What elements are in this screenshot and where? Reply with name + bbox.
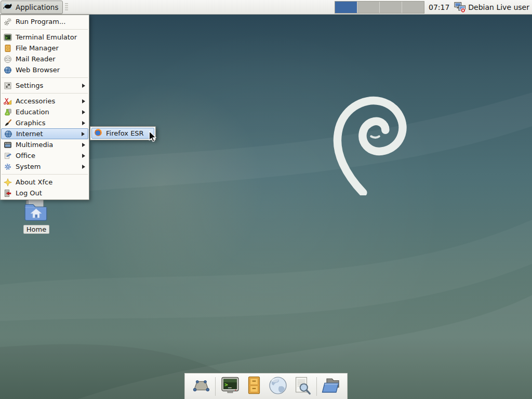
menu-separator	[2, 29, 88, 30]
menu-item-accessories[interactable]: Accessories	[1, 96, 88, 107]
user-label: Debian Live user	[468, 3, 529, 11]
applications-menu-button[interactable]: Applications	[1, 1, 63, 14]
workspace-switcher[interactable]	[335, 1, 424, 14]
dock-separator	[215, 377, 216, 396]
menu-item-label: Graphics	[16, 119, 78, 127]
menu-item-log-out[interactable]: Log Out	[1, 188, 88, 198]
menu-item-label: Terminal Emulator	[16, 33, 86, 41]
menu-item-label: Web Browser	[16, 66, 86, 74]
menu-separator	[2, 93, 88, 94]
workspace-4[interactable]	[402, 2, 424, 13]
menu-item-label: Mail Reader	[16, 55, 86, 63]
mouse-cursor	[149, 131, 156, 144]
submenu-arrow-icon	[82, 121, 85, 125]
top-panel: Applications 07:17 Debian Live user	[0, 0, 532, 15]
menu-item-label: Run Program...	[16, 18, 86, 25]
file-cabinet-dock-icon	[244, 376, 264, 397]
menu-item-label: Multimedia	[16, 141, 78, 149]
submenu-arrow-icon	[82, 165, 85, 169]
menu-item-about-xfce[interactable]: About Xfce	[1, 177, 88, 188]
menu-item-office[interactable]: Office	[1, 150, 88, 161]
menu-item-label: Accessories	[16, 97, 78, 105]
dock-separator	[316, 377, 317, 396]
office-icon	[4, 152, 12, 160]
menu-item-system[interactable]: System	[1, 161, 88, 172]
home-folder-icon	[23, 198, 49, 224]
menu-item-graphics[interactable]: Graphics	[1, 117, 88, 128]
menu-item-internet[interactable]: Internet	[1, 128, 88, 139]
submenu-arrow-icon	[82, 84, 85, 88]
submenu-item-label: Firefox ESR	[106, 129, 144, 137]
graphics-icon	[4, 119, 12, 127]
submenu-arrow-icon	[82, 132, 85, 136]
clock[interactable]: 07:17	[429, 3, 449, 11]
accessories-icon	[4, 97, 12, 105]
dock-launcher-web-browser[interactable]	[268, 376, 288, 397]
menu-item-label: Settings	[16, 82, 78, 89]
dock-launcher-terminal[interactable]: >_	[220, 376, 241, 397]
menu-item-file-manager[interactable]: File Manager	[1, 43, 88, 54]
submenu-arrow-icon	[82, 110, 85, 114]
applications-menu: Run Program...>_Terminal EmulatorFile Ma…	[0, 15, 89, 200]
applications-menu-label: Applications	[16, 3, 58, 11]
menu-item-education[interactable]: Education	[1, 107, 88, 117]
workspace-1[interactable]	[335, 2, 357, 13]
dock-launcher-application-finder[interactable]	[291, 376, 312, 397]
dock-launcher-show-desktop[interactable]	[190, 376, 211, 397]
menu-separator	[2, 174, 88, 175]
dock-launcher-folder[interactable]	[321, 376, 342, 397]
education-icon	[4, 108, 12, 116]
settings-icon	[4, 82, 12, 90]
internet-submenu: Firefox ESR	[90, 126, 156, 140]
logout-icon	[4, 189, 12, 197]
panel-grip	[65, 3, 68, 11]
menu-item-terminal-emulator[interactable]: >_Terminal Emulator	[1, 32, 88, 43]
menu-item-run-program[interactable]: Run Program...	[1, 16, 88, 27]
menu-separator	[2, 77, 88, 78]
menu-item-label: Internet	[16, 130, 78, 138]
web-browser-icon	[4, 66, 12, 74]
workspace-3[interactable]	[379, 2, 402, 13]
mail-reader-icon	[4, 55, 12, 63]
network-offline-icon[interactable]	[454, 1, 466, 14]
menu-item-label: File Manager	[16, 44, 86, 52]
folder-dock-icon	[321, 375, 342, 398]
xfce-mouse-icon	[3, 2, 13, 12]
submenu-item-firefox-esr[interactable]: Firefox ESR	[91, 128, 154, 139]
about-xfce-icon	[4, 178, 12, 187]
workspace-2[interactable]	[357, 2, 379, 13]
desktop-icon-label: Home	[23, 225, 49, 234]
desktop-icon-home[interactable]: Home	[21, 198, 52, 234]
firefox-icon	[94, 128, 102, 138]
menu-item-multimedia[interactable]: Multimedia	[1, 139, 88, 150]
show-desktop-icon	[191, 376, 210, 397]
svg-text:>: >	[224, 381, 228, 388]
globe-dock-icon	[268, 375, 288, 398]
menu-item-web-browser[interactable]: Web Browser	[1, 64, 88, 75]
system-gear-icon	[4, 163, 12, 171]
submenu-arrow-icon	[82, 99, 85, 103]
internet-globe-icon	[4, 130, 12, 138]
menu-item-label: Log Out	[16, 189, 86, 197]
dock: >_	[184, 373, 348, 399]
menu-item-label: About Xfce	[16, 178, 86, 186]
svg-text:>_: >_	[5, 35, 10, 39]
dock-launcher-file-manager[interactable]	[244, 376, 264, 397]
terminal-dock-icon: >_	[220, 375, 241, 398]
run-program-icon	[4, 18, 12, 26]
menu-item-label: Office	[16, 152, 78, 159]
menu-item-settings[interactable]: Settings	[1, 80, 88, 91]
multimedia-icon	[4, 141, 12, 149]
submenu-arrow-icon	[82, 143, 85, 147]
app-finder-icon	[292, 376, 312, 397]
svg-text:_: _	[228, 381, 232, 388]
menu-item-label: Education	[16, 108, 78, 116]
debian-swirl-logo	[321, 92, 410, 195]
menu-item-label: System	[16, 163, 78, 170]
submenu-arrow-icon	[82, 154, 85, 158]
file-manager-icon	[4, 44, 12, 52]
menu-item-mail-reader[interactable]: Mail Reader	[1, 54, 88, 64]
terminal-icon: >_	[4, 33, 12, 42]
